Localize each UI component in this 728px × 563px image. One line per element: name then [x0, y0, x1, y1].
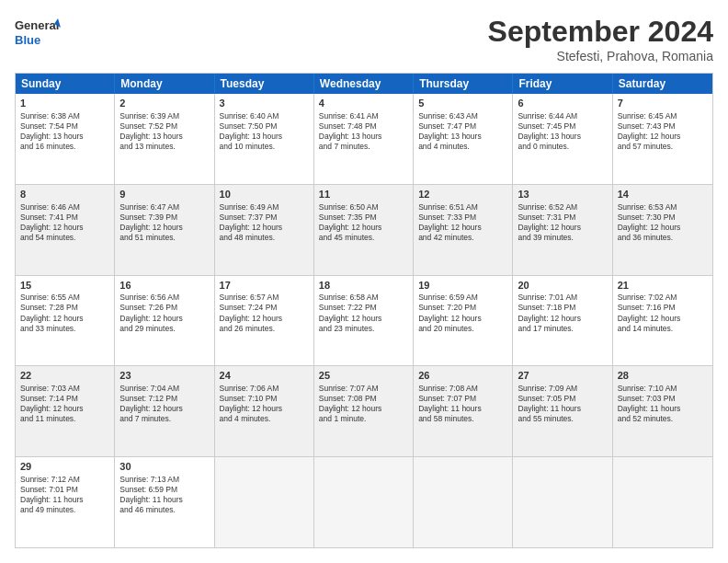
day-number: 4 — [319, 97, 408, 110]
cell-line: and 7 minutes. — [319, 142, 408, 152]
cell-line: Sunrise: 7:01 AM — [518, 293, 607, 303]
cell-line: Daylight: 12 hours — [319, 404, 408, 414]
day-cell-28: 28Sunrise: 7:10 AMSunset: 7:03 PMDayligh… — [613, 366, 712, 456]
cell-line: Sunrise: 6:49 AM — [220, 202, 309, 213]
day-cell-10: 10Sunrise: 6:49 AMSunset: 7:37 PMDayligh… — [215, 185, 314, 275]
calendar-row-0: 1Sunrise: 6:38 AMSunset: 7:54 PMDaylight… — [16, 94, 712, 184]
day-cell-24: 24Sunrise: 7:06 AMSunset: 7:10 PMDayligh… — [215, 366, 314, 456]
cell-line: Sunset: 7:48 PM — [319, 121, 408, 132]
cell-line: and 10 minutes. — [220, 142, 309, 152]
cell-line: Sunrise: 6:46 AM — [20, 202, 109, 213]
cell-line: Sunrise: 6:59 AM — [418, 293, 507, 303]
day-number: 23 — [119, 369, 209, 383]
cell-line: Sunrise: 6:52 AM — [518, 202, 607, 213]
cell-line: Daylight: 12 hours — [618, 314, 708, 324]
cell-line: Sunset: 7:24 PM — [220, 303, 309, 313]
cell-line: Daylight: 12 hours — [20, 404, 109, 414]
day-cell-25: 25Sunrise: 7:07 AMSunset: 7:08 PMDayligh… — [314, 366, 414, 456]
header-day-friday: Friday — [513, 74, 612, 94]
cell-line: Sunset: 7:30 PM — [618, 213, 708, 223]
cell-line: Daylight: 12 hours — [518, 223, 607, 233]
day-number: 1 — [20, 97, 109, 110]
cell-line: Sunrise: 7:09 AM — [518, 384, 607, 394]
cell-line: Sunrise: 6:51 AM — [418, 202, 507, 213]
empty-cell — [314, 457, 414, 547]
cell-line: and 36 minutes. — [618, 233, 708, 243]
calendar: SundayMondayTuesdayWednesdayThursdayFrid… — [15, 73, 713, 548]
day-cell-17: 17Sunrise: 6:57 AMSunset: 7:24 PMDayligh… — [215, 276, 314, 366]
empty-cell — [513, 457, 612, 547]
cell-line: Sunset: 7:54 PM — [20, 121, 109, 132]
cell-line: Sunset: 7:35 PM — [319, 213, 408, 223]
logo: General Blue — [15, 15, 61, 53]
cell-line: Sunrise: 7:07 AM — [319, 384, 408, 394]
title-block: September 2024 Stefesti, Prahova, Romani… — [488, 15, 713, 63]
cell-line: Sunrise: 7:12 AM — [20, 475, 109, 485]
cell-line: Daylight: 12 hours — [220, 223, 309, 233]
cell-line: and 16 minutes. — [20, 142, 109, 152]
cell-line: Sunset: 7:43 PM — [618, 121, 708, 132]
day-number: 13 — [518, 188, 607, 201]
cell-line: Daylight: 12 hours — [418, 223, 507, 233]
day-cell-2: 2Sunrise: 6:39 AMSunset: 7:52 PMDaylight… — [115, 94, 214, 184]
header-day-tuesday: Tuesday — [215, 74, 314, 94]
calendar-header: SundayMondayTuesdayWednesdayThursdayFrid… — [16, 74, 712, 94]
cell-line: Sunset: 7:08 PM — [319, 394, 408, 404]
cell-line: and 23 minutes. — [319, 324, 408, 334]
cell-line: and 55 minutes. — [518, 414, 607, 424]
cell-line: and 4 minutes. — [220, 414, 309, 424]
day-number: 15 — [20, 279, 109, 293]
day-cell-6: 6Sunrise: 6:44 AMSunset: 7:45 PMDaylight… — [513, 94, 612, 184]
cell-line: and 13 minutes. — [119, 142, 209, 152]
header: General Blue September 2024 Stefesti, Pr… — [15, 15, 713, 63]
empty-cell — [215, 457, 314, 547]
cell-line: and 46 minutes. — [119, 505, 209, 515]
cell-line: Daylight: 13 hours — [418, 132, 507, 142]
cell-line: and 26 minutes. — [220, 324, 309, 334]
cell-line: Daylight: 11 hours — [518, 404, 607, 414]
day-cell-11: 11Sunrise: 6:50 AMSunset: 7:35 PMDayligh… — [314, 185, 414, 275]
header-day-thursday: Thursday — [414, 74, 513, 94]
cell-line: Sunrise: 6:55 AM — [20, 293, 109, 303]
cell-line: Sunset: 7:39 PM — [119, 213, 209, 223]
day-number: 12 — [418, 188, 507, 201]
cell-line: Sunset: 7:41 PM — [20, 213, 109, 223]
day-cell-7: 7Sunrise: 6:45 AMSunset: 7:43 PMDaylight… — [613, 94, 712, 184]
cell-line: Sunset: 7:20 PM — [418, 303, 507, 313]
header-day-sunday: Sunday — [16, 74, 115, 94]
day-number: 9 — [119, 188, 209, 201]
day-number: 11 — [319, 188, 408, 201]
header-day-wednesday: Wednesday — [314, 74, 414, 94]
cell-line: Sunset: 7:37 PM — [220, 213, 309, 223]
cell-line: Sunrise: 6:39 AM — [119, 111, 209, 121]
page: General Blue September 2024 Stefesti, Pr… — [0, 0, 728, 563]
day-number: 2 — [119, 97, 209, 110]
day-cell-16: 16Sunrise: 6:56 AMSunset: 7:26 PMDayligh… — [115, 276, 214, 366]
svg-text:Blue: Blue — [15, 33, 40, 47]
calendar-row-3: 22Sunrise: 7:03 AMSunset: 7:14 PMDayligh… — [16, 365, 712, 456]
header-day-monday: Monday — [115, 74, 214, 94]
cell-line: Sunrise: 6:44 AM — [518, 111, 607, 121]
cell-line: and 29 minutes. — [119, 324, 209, 334]
cell-line: Sunset: 7:16 PM — [618, 303, 708, 313]
cell-line: Daylight: 13 hours — [119, 132, 209, 142]
cell-line: Daylight: 13 hours — [518, 132, 607, 142]
day-cell-26: 26Sunrise: 7:08 AMSunset: 7:07 PMDayligh… — [414, 366, 513, 456]
day-cell-14: 14Sunrise: 6:53 AMSunset: 7:30 PMDayligh… — [613, 185, 712, 275]
calendar-row-4: 29Sunrise: 7:12 AMSunset: 7:01 PMDayligh… — [16, 456, 712, 547]
day-cell-13: 13Sunrise: 6:52 AMSunset: 7:31 PMDayligh… — [513, 185, 612, 275]
cell-line: Sunrise: 7:04 AM — [119, 384, 209, 394]
cell-line: Daylight: 12 hours — [319, 223, 408, 233]
day-number: 27 — [518, 369, 607, 383]
cell-line: and 1 minute. — [319, 414, 408, 424]
cell-line: Daylight: 12 hours — [119, 314, 209, 324]
day-number: 19 — [418, 279, 507, 293]
cell-line: and 4 minutes. — [418, 142, 507, 152]
cell-line: and 0 minutes. — [518, 142, 607, 152]
empty-cell — [414, 457, 513, 547]
cell-line: and 33 minutes. — [20, 324, 109, 334]
cell-line: Sunset: 7:01 PM — [20, 485, 109, 495]
day-number: 3 — [220, 97, 309, 110]
calendar-row-2: 15Sunrise: 6:55 AMSunset: 7:28 PMDayligh… — [16, 275, 712, 366]
day-number: 26 — [418, 369, 507, 383]
